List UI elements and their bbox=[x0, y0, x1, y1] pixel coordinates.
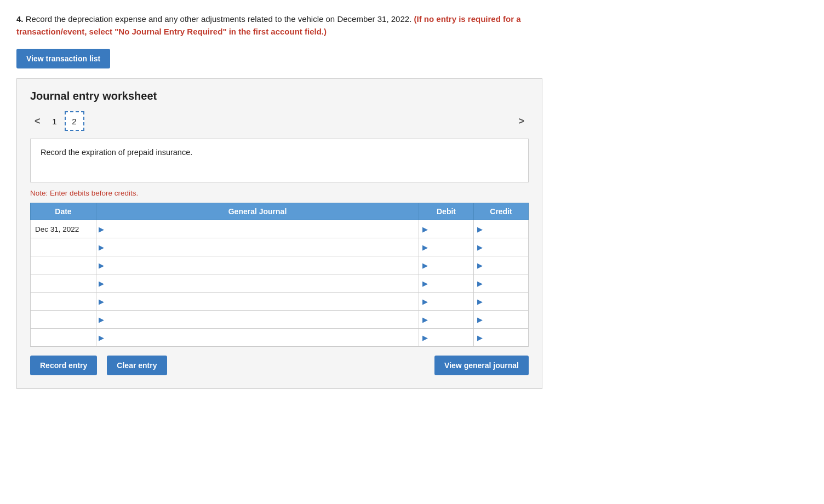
debit-arrow-icon-1: ▶ bbox=[422, 243, 428, 251]
general-cell-5[interactable]: ▶ bbox=[96, 311, 419, 329]
table-row: ▶▶▶ bbox=[31, 274, 529, 293]
table-row: ▶▶▶ bbox=[31, 311, 529, 329]
general-input-1[interactable] bbox=[105, 238, 419, 256]
debit-input-4[interactable] bbox=[429, 293, 473, 310]
date-cell-2 bbox=[31, 256, 96, 274]
row-arrow-icon-5: ▶ bbox=[99, 316, 104, 324]
credit-cell-6[interactable]: ▶ bbox=[474, 329, 529, 347]
general-cell-3[interactable]: ▶ bbox=[96, 274, 419, 293]
col-header-credit: Credit bbox=[474, 203, 529, 220]
credit-input-5[interactable] bbox=[484, 311, 528, 328]
col-header-debit: Debit bbox=[419, 203, 474, 220]
date-cell-0: Dec 31, 2022 bbox=[31, 220, 96, 238]
question-main-text: Record the depreciation expense and any … bbox=[26, 14, 412, 24]
credit-input-4[interactable] bbox=[484, 293, 528, 310]
general-input-4[interactable] bbox=[105, 293, 419, 310]
col-header-general: General Journal bbox=[96, 203, 419, 220]
row-arrow-icon-3: ▶ bbox=[99, 279, 104, 288]
row-arrow-icon-6: ▶ bbox=[99, 334, 104, 342]
debit-cell-0[interactable]: ▶ bbox=[419, 220, 474, 238]
view-general-journal-button[interactable]: View general journal bbox=[434, 356, 529, 375]
debit-cell-5[interactable]: ▶ bbox=[419, 311, 474, 329]
debit-arrow-icon-0: ▶ bbox=[422, 225, 428, 233]
journal-table: Date General Journal Debit Credit Dec 31… bbox=[30, 203, 529, 347]
row-arrow-icon-2: ▶ bbox=[99, 261, 104, 270]
credit-input-0[interactable] bbox=[484, 220, 528, 238]
credit-arrow-icon-4: ▶ bbox=[477, 297, 483, 306]
row-arrow-icon-4: ▶ bbox=[99, 297, 104, 306]
note-text: Note: Enter debits before credits. bbox=[30, 189, 529, 197]
credit-arrow-icon-5: ▶ bbox=[477, 316, 483, 324]
question-section: 4. Record the depreciation expense and a… bbox=[16, 13, 808, 38]
tab-left-arrow[interactable]: < bbox=[30, 113, 45, 129]
date-cell-1 bbox=[31, 238, 96, 256]
clear-entry-button[interactable]: Clear entry bbox=[107, 356, 167, 375]
worksheet-title: Journal entry worksheet bbox=[30, 90, 529, 102]
credit-arrow-icon-6: ▶ bbox=[477, 334, 483, 342]
general-input-0[interactable] bbox=[105, 220, 419, 238]
tab-2[interactable]: 2 bbox=[65, 111, 84, 131]
general-input-2[interactable] bbox=[105, 256, 419, 274]
credit-cell-0[interactable]: ▶ bbox=[474, 220, 529, 238]
debit-arrow-icon-2: ▶ bbox=[422, 261, 428, 270]
tabs-row: < 1 2 > bbox=[30, 111, 529, 131]
credit-cell-2[interactable]: ▶ bbox=[474, 256, 529, 274]
instruction-box: Record the expiration of prepaid insuran… bbox=[30, 139, 529, 182]
table-row: ▶▶▶ bbox=[31, 238, 529, 256]
debit-cell-1[interactable]: ▶ bbox=[419, 238, 474, 256]
view-transaction-button[interactable]: View transaction list bbox=[16, 49, 110, 68]
buttons-row: Record entry Clear entry View general jo… bbox=[30, 356, 529, 375]
debit-input-5[interactable] bbox=[429, 311, 473, 328]
debit-input-0[interactable] bbox=[429, 220, 473, 238]
table-row: ▶▶▶ bbox=[31, 256, 529, 274]
debit-input-3[interactable] bbox=[429, 274, 473, 292]
credit-input-2[interactable] bbox=[484, 256, 528, 274]
table-row: ▶▶▶ bbox=[31, 293, 529, 311]
record-entry-button[interactable]: Record entry bbox=[30, 356, 97, 375]
date-cell-4 bbox=[31, 293, 96, 311]
credit-arrow-icon-3: ▶ bbox=[477, 279, 483, 288]
debit-input-6[interactable] bbox=[429, 329, 473, 346]
credit-cell-1[interactable]: ▶ bbox=[474, 238, 529, 256]
debit-cell-6[interactable]: ▶ bbox=[419, 329, 474, 347]
debit-arrow-icon-4: ▶ bbox=[422, 297, 428, 306]
general-input-6[interactable] bbox=[105, 329, 419, 346]
general-cell-1[interactable]: ▶ bbox=[96, 238, 419, 256]
credit-arrow-icon-2: ▶ bbox=[477, 261, 483, 270]
debit-arrow-icon-3: ▶ bbox=[422, 279, 428, 288]
credit-arrow-icon-1: ▶ bbox=[477, 243, 483, 251]
tab-right-arrow[interactable]: > bbox=[514, 113, 529, 129]
date-cell-3 bbox=[31, 274, 96, 293]
tab-1[interactable]: 1 bbox=[45, 111, 65, 131]
debit-cell-2[interactable]: ▶ bbox=[419, 256, 474, 274]
question-number: 4. bbox=[16, 14, 24, 24]
credit-cell-5[interactable]: ▶ bbox=[474, 311, 529, 329]
date-cell-6 bbox=[31, 329, 96, 347]
debit-input-2[interactable] bbox=[429, 256, 473, 274]
row-arrow-icon-0: ▶ bbox=[99, 225, 104, 233]
table-row: ▶▶▶ bbox=[31, 329, 529, 347]
credit-input-1[interactable] bbox=[484, 238, 528, 256]
debit-cell-3[interactable]: ▶ bbox=[419, 274, 474, 293]
date-cell-5 bbox=[31, 311, 96, 329]
general-cell-0[interactable]: ▶ bbox=[96, 220, 419, 238]
debit-arrow-icon-6: ▶ bbox=[422, 334, 428, 342]
debit-input-1[interactable] bbox=[429, 238, 473, 256]
credit-input-6[interactable] bbox=[484, 329, 528, 346]
worksheet-container: Journal entry worksheet < 1 2 > Record t… bbox=[16, 78, 542, 389]
credit-cell-3[interactable]: ▶ bbox=[474, 274, 529, 293]
credit-cell-4[interactable]: ▶ bbox=[474, 293, 529, 311]
general-input-5[interactable] bbox=[105, 311, 419, 328]
general-cell-6[interactable]: ▶ bbox=[96, 329, 419, 347]
credit-arrow-icon-0: ▶ bbox=[477, 225, 483, 233]
credit-input-3[interactable] bbox=[484, 274, 528, 292]
instruction-text: Record the expiration of prepaid insuran… bbox=[41, 148, 192, 157]
general-cell-2[interactable]: ▶ bbox=[96, 256, 419, 274]
row-arrow-icon-1: ▶ bbox=[99, 243, 104, 251]
col-header-date: Date bbox=[31, 203, 96, 220]
table-row: Dec 31, 2022▶▶▶ bbox=[31, 220, 529, 238]
debit-arrow-icon-5: ▶ bbox=[422, 316, 428, 324]
general-input-3[interactable] bbox=[105, 274, 419, 292]
debit-cell-4[interactable]: ▶ bbox=[419, 293, 474, 311]
general-cell-4[interactable]: ▶ bbox=[96, 293, 419, 311]
